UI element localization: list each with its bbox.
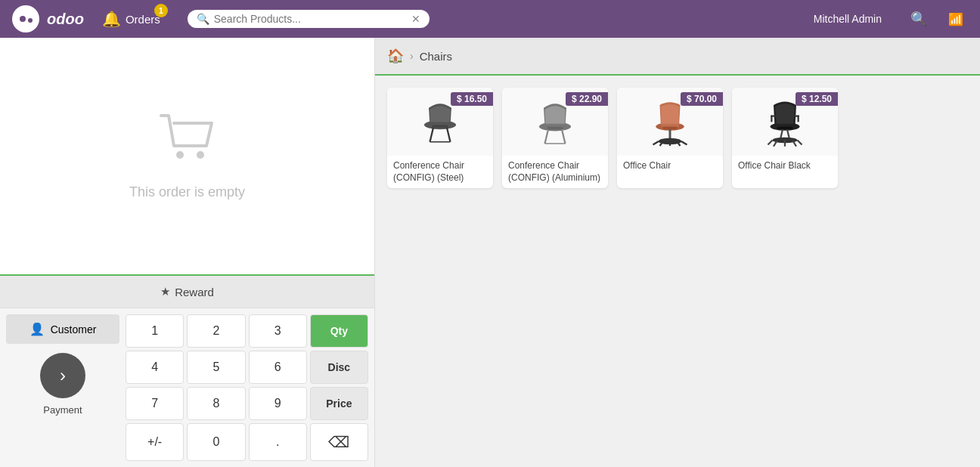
- order-area: This order is empty: [0, 38, 374, 274]
- key-6[interactable]: 6: [249, 351, 307, 384]
- key-backspace[interactable]: ⌫: [310, 423, 368, 461]
- search-input[interactable]: [214, 13, 407, 25]
- key-1[interactable]: 1: [126, 314, 184, 348]
- product-card[interactable]: $ 12.50 Office Chair Black: [732, 88, 838, 188]
- customer-label: Customer: [51, 323, 97, 336]
- key-4[interactable]: 4: [126, 351, 184, 384]
- product-name: Conference Chair (CONFIG) (Steel): [387, 156, 493, 188]
- mode-qty[interactable]: Qty: [310, 314, 368, 348]
- products-grid: $ 16.50 Conference Chair (CONFIG) (Steel…: [375, 76, 980, 200]
- product-image: $ 12.50: [732, 88, 838, 156]
- svg-line-10: [562, 129, 566, 144]
- product-image: $ 70.00: [617, 88, 723, 156]
- product-name: Office Chair: [617, 156, 723, 177]
- product-name: Office Chair Black: [732, 156, 838, 177]
- product-card[interactable]: $ 22.90 Conference Chair (CONFIG) (Alumi…: [502, 88, 608, 188]
- customer-button[interactable]: 👤 Customer: [6, 314, 119, 344]
- breadcrumb-current: Chairs: [420, 50, 452, 63]
- numpad: 1 2 3 Qty 4 5 6 Disc 7 8 9 Price +/-: [126, 314, 368, 461]
- product-price-badge: $ 16.50: [451, 92, 493, 106]
- search-topbar-icon[interactable]: 🔍: [910, 11, 927, 27]
- close-search-icon[interactable]: ✕: [411, 13, 420, 25]
- product-price-badge: $ 70.00: [681, 92, 723, 106]
- payment-label: Payment: [43, 404, 82, 416]
- product-image: $ 22.90: [502, 88, 608, 156]
- empty-order-text: This order is empty: [129, 184, 245, 200]
- svg-line-26: [768, 140, 773, 144]
- key-7[interactable]: 7: [126, 387, 184, 420]
- key-8[interactable]: 8: [187, 387, 245, 420]
- customer-payment-area: 👤 Customer › Payment: [6, 314, 119, 461]
- svg-rect-34: [798, 115, 799, 122]
- main-layout: This order is empty ★ Reward 👤 Customer …: [0, 38, 980, 467]
- key-3[interactable]: 3: [249, 314, 307, 348]
- bell-icon: 🔔: [102, 10, 121, 28]
- product-image: $ 16.50: [387, 88, 493, 156]
- topbar: odoo 🔔 Orders 1 🔍 ✕ Mitchell Admin 🔍 📶: [0, 0, 980, 38]
- odoo-logo[interactable]: odoo: [12, 5, 84, 32]
- admin-name: Mitchell Admin: [814, 13, 882, 25]
- mode-disc[interactable]: Disc: [310, 351, 368, 384]
- key-dot[interactable]: .: [249, 423, 307, 461]
- key-plus-minus[interactable]: +/-: [126, 423, 184, 461]
- svg-rect-13: [663, 126, 677, 129]
- svg-line-9: [545, 129, 549, 144]
- product-card[interactable]: $ 70.00 Office Chair: [617, 88, 723, 188]
- key-0[interactable]: 0: [187, 423, 245, 461]
- mode-price[interactable]: Price: [310, 387, 368, 420]
- breadcrumb-bar: 🏠 › Chairs: [375, 38, 980, 76]
- right-panel: 🏠 › Chairs $ 16.50 Conference Chair (CON…: [375, 38, 980, 467]
- product-card[interactable]: $ 16.50 Conference Chair (CONFIG) (Steel…: [387, 88, 493, 188]
- svg-line-5: [447, 128, 451, 142]
- chevron-right-icon: ›: [60, 365, 66, 386]
- svg-rect-8: [547, 126, 563, 129]
- breadcrumb-separator: ›: [410, 50, 414, 62]
- payment-button[interactable]: ›: [40, 353, 85, 398]
- svg-rect-3: [433, 125, 448, 128]
- svg-line-16: [653, 141, 659, 145]
- svg-line-27: [798, 140, 802, 144]
- orders-badge: 1: [154, 4, 168, 17]
- cart-icon: [157, 112, 218, 177]
- bottom-controls: ★ Reward 👤 Customer › Payment: [0, 274, 374, 467]
- reward-button[interactable]: ★ Reward: [0, 276, 374, 308]
- svg-rect-22: [777, 126, 793, 129]
- person-icon: 👤: [29, 322, 45, 336]
- logo-text: odoo: [47, 11, 84, 28]
- svg-point-1: [197, 151, 204, 159]
- orders-button[interactable]: 🔔 Orders 1: [102, 10, 160, 28]
- product-name: Conference Chair (CONFIG) (Aluminium): [502, 156, 608, 188]
- numpad-area: 👤 Customer › Payment 1 2 3 Qty 4: [0, 308, 374, 467]
- left-panel: This order is empty ★ Reward 👤 Customer …: [0, 38, 375, 467]
- svg-rect-33: [771, 115, 772, 122]
- search-icon: 🔍: [197, 13, 209, 25]
- key-9[interactable]: 9: [249, 387, 307, 420]
- star-icon: ★: [160, 285, 170, 298]
- search-bar: 🔍 ✕: [188, 10, 430, 28]
- svg-line-17: [681, 141, 687, 145]
- reward-label: Reward: [175, 286, 214, 298]
- key-5[interactable]: 5: [187, 351, 245, 384]
- wifi-icon: 📶: [948, 12, 963, 26]
- product-price-badge: $ 12.50: [795, 92, 838, 106]
- home-icon[interactable]: 🏠: [387, 48, 404, 64]
- svg-line-4: [430, 128, 434, 142]
- key-2[interactable]: 2: [187, 314, 245, 348]
- product-price-badge: $ 22.90: [566, 92, 608, 106]
- svg-point-0: [176, 151, 184, 159]
